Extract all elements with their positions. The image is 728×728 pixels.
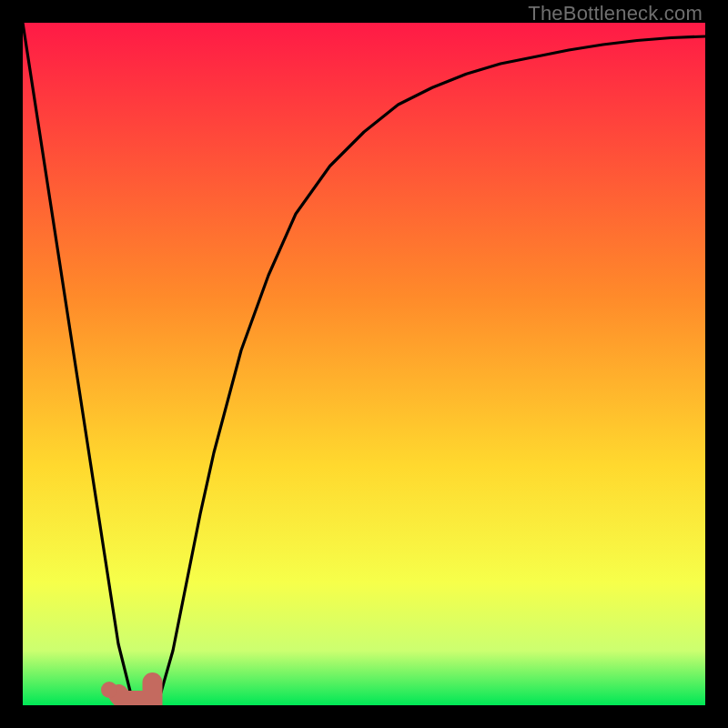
- gradient-background: [23, 23, 705, 705]
- watermark-text: TheBottleneck.com: [528, 2, 703, 25]
- minimum-dot: [101, 682, 117, 698]
- chart-frame: [23, 23, 705, 705]
- chart-canvas: [23, 23, 705, 705]
